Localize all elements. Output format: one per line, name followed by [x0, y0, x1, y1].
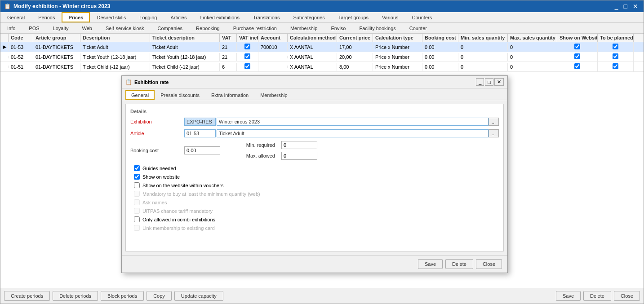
dialog-tab-presale-discounts[interactable]: Presale discounts: [155, 90, 205, 100]
save-main-button[interactable]: Save: [556, 291, 581, 301]
tab-facility-bookings[interactable]: Facility bookings: [352, 23, 402, 33]
guides-needed-checkbox[interactable]: [134, 165, 140, 171]
tab-self-service-kiosk[interactable]: Self-service kiosk: [99, 23, 151, 33]
booking-cost-input[interactable]: [184, 146, 220, 154]
tab-enviso[interactable]: Enviso: [324, 23, 352, 33]
dialog-tab-membership[interactable]: Membership: [254, 90, 293, 100]
row-calcmeth: X AANTAL: [288, 53, 337, 61]
tab-subcategories[interactable]: Subcategories: [286, 12, 331, 22]
tab-companies[interactable]: Companies: [151, 23, 189, 33]
close-dialog-button[interactable]: Close: [476, 259, 502, 269]
exhibition-code-input[interactable]: [184, 118, 216, 126]
row-booking: 0,00: [422, 63, 458, 71]
tab-logging[interactable]: Logging: [133, 12, 164, 22]
table-row[interactable]: 01-52 01-DAYTICKETS Ticket Youth (12-18 …: [0, 52, 644, 62]
col-minsales-header[interactable]: Min. sales quantity: [458, 34, 508, 42]
restore-button[interactable]: □: [622, 3, 629, 10]
tab-target-groups[interactable]: Target groups: [332, 12, 375, 22]
tab-counters[interactable]: Counters: [405, 12, 439, 22]
show-on-website-vouchers-checkbox[interactable]: [134, 182, 140, 188]
tab-desired-skills[interactable]: Desired skills: [90, 12, 133, 22]
col-booking-header[interactable]: Booking cost ▼: [422, 34, 458, 42]
dialog-minimize-button[interactable]: _: [476, 78, 484, 86]
table-row[interactable]: 01-51 01-DAYTICKETS Ticket Child (-12 ja…: [0, 62, 644, 72]
show-web-checkbox-3[interactable]: [574, 63, 580, 69]
show-web-checkbox-1[interactable]: [574, 44, 580, 49]
update-capacity-button[interactable]: Update capacity: [174, 291, 223, 301]
tab-translations[interactable]: Translations: [246, 12, 287, 22]
vat-inc-checkbox-2[interactable]: [244, 53, 250, 59]
minimize-button[interactable]: _: [613, 3, 620, 10]
tab-membership[interactable]: Membership: [284, 23, 324, 33]
col-artgrp-header[interactable]: Article group: [33, 34, 80, 42]
row-vatinc: [237, 62, 258, 71]
col-curprice-header[interactable]: Current price: [337, 34, 373, 42]
col-vatinc-header[interactable]: VAT incl.: [237, 34, 258, 42]
dialog-tab-general[interactable]: General: [125, 90, 155, 100]
col-showweb-header[interactable]: Show on Website: [557, 34, 598, 42]
col-desc-header[interactable]: Description: [80, 34, 150, 42]
tab-purchase-restriction[interactable]: Purchase restriction: [227, 23, 284, 33]
col-tobep-header[interactable]: To be planned: [598, 34, 634, 42]
row-tobep: [598, 52, 634, 62]
delete-dialog-button[interactable]: Delete: [445, 259, 473, 269]
tab-periods[interactable]: Periods: [31, 12, 62, 22]
tab-counter[interactable]: Counter: [403, 23, 434, 33]
delete-main-button[interactable]: Delete: [583, 291, 611, 301]
vat-inc-checkbox-3[interactable]: [244, 63, 250, 69]
dialog-title-text: Exhibition rate: [134, 79, 169, 85]
bottom-bar: Create periods Delete periods Block peri…: [0, 288, 644, 304]
exhibition-name-input[interactable]: [217, 118, 489, 126]
col-maxsales-header[interactable]: Max. sales quantity: [508, 34, 557, 42]
save-dialog-button[interactable]: Save: [418, 259, 443, 269]
tab-general[interactable]: General: [0, 12, 31, 22]
exhibition-browse-button[interactable]: ...: [489, 118, 499, 126]
min-required-input[interactable]: [281, 141, 317, 149]
tab-web[interactable]: Web: [75, 23, 98, 33]
col-code-header[interactable]: Code: [9, 34, 33, 42]
row-arrow: ▶: [0, 43, 9, 51]
tobep-checkbox-2[interactable]: [613, 53, 618, 59]
tobep-checkbox-3[interactable]: [613, 63, 618, 69]
tab-prices[interactable]: Prices: [62, 12, 90, 22]
col-vat-header[interactable]: VAT: [220, 34, 237, 42]
tab-articles[interactable]: Articles: [164, 12, 193, 22]
col-arrow-header: [0, 34, 9, 42]
row-arrow: [0, 56, 9, 58]
dialog-restore-button[interactable]: □: [485, 78, 493, 86]
max-allowed-input[interactable]: [281, 152, 317, 160]
row-maxsales: 0: [508, 43, 557, 51]
only-allowed-combi-checkbox[interactable]: [134, 216, 140, 222]
row-artgrp: 01-DAYTICKETS: [33, 53, 80, 61]
tab-various[interactable]: Various: [375, 12, 405, 22]
col-ticketdesc-header[interactable]: Ticket description: [150, 34, 220, 42]
tab-pos[interactable]: POS: [22, 23, 46, 33]
row-curprice: 17,00: [337, 43, 373, 51]
block-periods-button[interactable]: Block periods: [101, 291, 144, 301]
col-calctype-header[interactable]: Calculation type: [373, 34, 422, 42]
tab-rebooking[interactable]: Rebooking: [189, 23, 227, 33]
max-allowed-label: Max. allowed: [238, 153, 279, 159]
show-on-website-checkbox[interactable]: [134, 174, 140, 180]
close-window-button[interactable]: ✕: [631, 3, 640, 10]
row-code: 01-52: [9, 53, 33, 61]
show-web-checkbox-2[interactable]: [574, 53, 580, 59]
article-browse-button[interactable]: ...: [489, 129, 499, 137]
table-row[interactable]: ▶ 01-53 01-DAYTICKETS Ticket Adult Ticke…: [0, 42, 644, 52]
tab-info[interactable]: Info: [0, 23, 22, 33]
copy-button[interactable]: Copy: [147, 291, 172, 301]
create-periods-button[interactable]: Create periods: [4, 291, 50, 301]
vat-inc-checkbox-1[interactable]: [244, 44, 250, 49]
close-main-button[interactable]: Close: [614, 291, 640, 301]
window-title: Modify exhibition - Winter circus 2023: [13, 3, 110, 9]
delete-periods-button[interactable]: Delete periods: [53, 291, 98, 301]
col-calcmeth-header[interactable]: Calculation method: [288, 34, 337, 42]
col-account-header[interactable]: Account: [258, 34, 288, 42]
tab-loyalty[interactable]: Loyalty: [46, 23, 76, 33]
dialog-close-button[interactable]: ✕: [494, 78, 504, 86]
tobep-checkbox-1[interactable]: [613, 44, 618, 49]
dialog-tab-extra-information[interactable]: Extra information: [205, 90, 254, 100]
tab-linked-exhibitions[interactable]: Linked exhibitions: [193, 12, 246, 22]
article-code-input[interactable]: [184, 129, 216, 137]
article-name-input[interactable]: [217, 129, 489, 137]
